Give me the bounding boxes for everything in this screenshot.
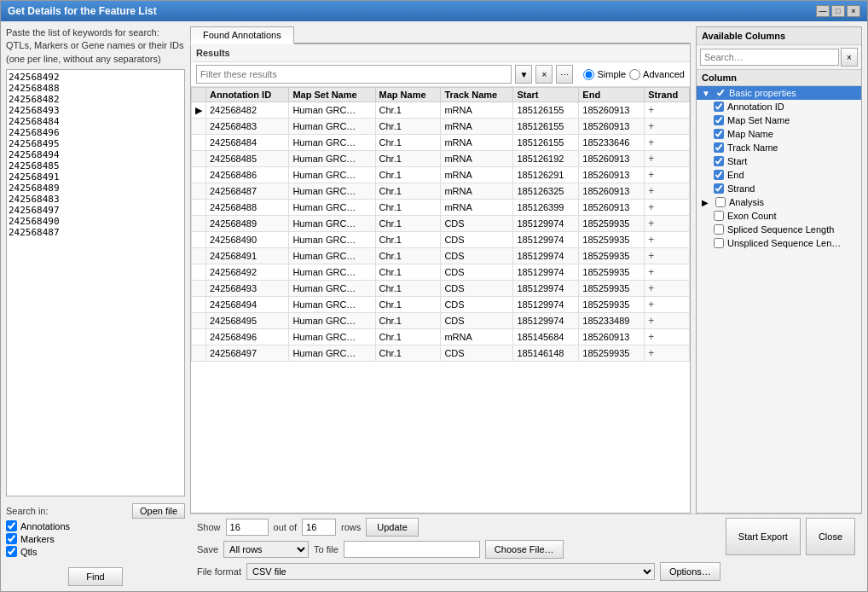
tree-checkbox[interactable]	[714, 142, 724, 153]
strand-plus[interactable]: +	[648, 299, 654, 311]
tree-item[interactable]: Map Name	[697, 127, 861, 141]
advanced-radio[interactable]	[629, 69, 640, 80]
tree-checkbox[interactable]	[714, 224, 724, 235]
tree-checkbox[interactable]	[714, 211, 724, 221]
tree-item[interactable]: Unspliced Sequence Len…	[697, 236, 861, 250]
keyword-textarea[interactable]: 242568492 242568488 242568482 242568493 …	[6, 69, 185, 496]
table-row[interactable]: 242568493 Human GRC… Chr.1 CDS 185129974…	[192, 281, 690, 297]
close-button[interactable]: ×	[847, 5, 860, 17]
table-row[interactable]: 242568487 Human GRC… Chr.1 mRNA 18512632…	[192, 183, 690, 200]
column-search-input[interactable]	[700, 49, 839, 66]
tree-item[interactable]: Strand	[697, 182, 861, 195]
tree-item[interactable]: Start	[697, 154, 861, 168]
strand-plus[interactable]: +	[648, 250, 654, 262]
tree-item[interactable]: ▶Analysis	[697, 195, 861, 209]
strand-plus[interactable]: +	[648, 185, 654, 197]
strand-plus[interactable]: +	[648, 201, 654, 213]
tree-item[interactable]: Map Set Name	[697, 113, 861, 127]
tree-checkbox[interactable]	[715, 197, 726, 207]
table-row[interactable]: 242568492 Human GRC… Chr.1 CDS 185129974…	[192, 264, 690, 281]
qtls-checkbox[interactable]	[6, 546, 17, 557]
table-row[interactable]: 242568486 Human GRC… Chr.1 mRNA 18512629…	[192, 167, 690, 183]
out-of-input[interactable]	[302, 519, 336, 536]
strand-plus[interactable]: +	[648, 234, 654, 246]
options-button[interactable]: Options…	[660, 562, 720, 581]
maximize-button[interactable]: □	[831, 5, 845, 17]
strand-plus[interactable]: +	[648, 282, 654, 294]
tree-expand-icon[interactable]: ▼	[702, 89, 712, 98]
markers-checkbox[interactable]	[6, 533, 17, 544]
col-annotation-id[interactable]: Annotation ID	[206, 88, 289, 102]
annotations-checkbox-row[interactable]: Annotations	[6, 520, 185, 531]
advanced-radio-label[interactable]: Advanced	[629, 69, 685, 80]
strand-plus[interactable]: +	[648, 169, 654, 181]
strand-plus[interactable]: +	[648, 104, 654, 116]
format-select[interactable]: CSV file Tab-delimited Excel	[246, 563, 655, 580]
filter-clear-button[interactable]: ×	[535, 65, 553, 84]
update-button[interactable]: Update	[366, 518, 418, 537]
start-export-button[interactable]: Start Export	[726, 518, 801, 555]
col-strand[interactable]: Strand	[645, 88, 690, 102]
tree-checkbox[interactable]	[714, 156, 724, 166]
column-search-clear[interactable]: ×	[841, 48, 858, 67]
filter-more-button[interactable]: ⋯	[556, 65, 573, 84]
tree-checkbox[interactable]	[714, 115, 724, 125]
col-track-name[interactable]: Track Name	[441, 88, 513, 102]
tree-checkbox[interactable]	[714, 129, 724, 139]
tree-checkbox[interactable]	[714, 102, 724, 112]
strand-plus[interactable]: +	[648, 315, 654, 327]
minimize-button[interactable]: —	[816, 5, 830, 17]
tree-item[interactable]: Track Name	[697, 141, 861, 154]
close-dialog-button[interactable]: Close	[806, 518, 855, 555]
cell-map-set-name: Human GRC…	[289, 329, 375, 345]
show-input[interactable]	[226, 519, 269, 536]
table-row[interactable]: 242568483 Human GRC… Chr.1 mRNA 18512615…	[192, 119, 690, 135]
table-row[interactable]: 242568490 Human GRC… Chr.1 CDS 185129974…	[192, 232, 690, 248]
tree-checkbox[interactable]	[714, 183, 724, 194]
simple-radio-label[interactable]: Simple	[583, 69, 626, 80]
tree-item[interactable]: Exon Count	[697, 209, 861, 223]
open-file-button[interactable]: Open file	[132, 503, 185, 519]
col-start[interactable]: Start	[513, 88, 579, 102]
table-row[interactable]: 242568497 Human GRC… Chr.1 CDS 185146148…	[192, 345, 690, 362]
table-row[interactable]: 242568491 Human GRC… Chr.1 CDS 185129974…	[192, 248, 690, 264]
table-row[interactable]: 242568485 Human GRC… Chr.1 mRNA 18512619…	[192, 151, 690, 167]
filter-input[interactable]	[196, 65, 512, 84]
tree-checkbox[interactable]	[714, 238, 724, 248]
annotations-checkbox[interactable]	[6, 520, 17, 531]
col-end[interactable]: End	[579, 88, 645, 102]
tree-checkbox[interactable]	[714, 170, 724, 180]
filter-dropdown-button[interactable]: ▼	[515, 65, 532, 84]
tree-item[interactable]: Spliced Sequence Length	[697, 223, 861, 236]
table-row[interactable]: 242568495 Human GRC… Chr.1 CDS 185129974…	[192, 313, 690, 329]
table-row[interactable]: 242568496 Human GRC… Chr.1 mRNA 18514568…	[192, 329, 690, 345]
strand-plus[interactable]: +	[648, 120, 654, 132]
table-row[interactable]: 242568488 Human GRC… Chr.1 mRNA 18512639…	[192, 200, 690, 216]
tree-item[interactable]: End	[697, 168, 861, 182]
tree-item[interactable]: ▼Basic properties	[697, 86, 861, 100]
tab-found-annotations[interactable]: Found Annotations	[190, 26, 294, 44]
table-row[interactable]: 242568489 Human GRC… Chr.1 CDS 185129974…	[192, 216, 690, 232]
tree-expand-icon[interactable]: ▶	[702, 198, 712, 207]
choose-file-button[interactable]: Choose File…	[485, 540, 564, 559]
qtls-checkbox-row[interactable]: Qtls	[6, 546, 185, 557]
table-row[interactable]: 242568494 Human GRC… Chr.1 CDS 185129974…	[192, 297, 690, 313]
strand-plus[interactable]: +	[648, 218, 654, 229]
markers-checkbox-row[interactable]: Markers	[6, 533, 185, 544]
find-button[interactable]: Find	[68, 567, 122, 586]
table-row[interactable]: ▶ 242568482 Human GRC… Chr.1 mRNA 185126…	[192, 102, 690, 119]
file-path-input[interactable]	[344, 541, 480, 558]
tree-checkbox[interactable]	[715, 88, 726, 98]
strand-plus[interactable]: +	[648, 347, 654, 359]
strand-plus[interactable]: +	[648, 153, 654, 165]
strand-plus[interactable]: +	[648, 331, 654, 343]
save-select[interactable]: All rows Selected rows Filtered rows	[223, 541, 309, 558]
row-arrow	[192, 216, 206, 232]
col-map-name[interactable]: Map Name	[375, 88, 441, 102]
table-row[interactable]: 242568484 Human GRC… Chr.1 mRNA 18512615…	[192, 135, 690, 151]
strand-plus[interactable]: +	[648, 136, 654, 148]
tree-item[interactable]: Annotation ID	[697, 100, 861, 113]
simple-radio[interactable]	[583, 69, 594, 80]
strand-plus[interactable]: +	[648, 266, 654, 278]
col-map-set-name[interactable]: Map Set Name	[289, 88, 375, 102]
